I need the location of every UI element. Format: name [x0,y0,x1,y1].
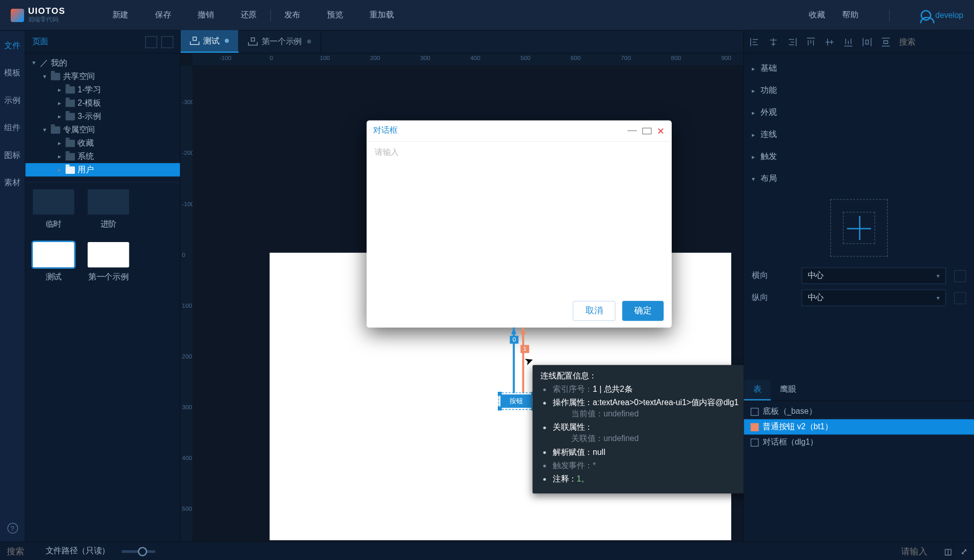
tree-node-private[interactable]: ▾专属空间 [26,123,180,136]
align-right-icon[interactable] [787,36,797,47]
group-layout[interactable]: ▾布局 [744,168,974,190]
property-panel: ▾ ▸基础 ▸功能 ▸外观 ▸连线 ▸触发 ▾布局 横向 中心▾ 纵向 [743,31,974,542]
outline-tab-list[interactable]: 表 [744,380,771,401]
rail-component[interactable]: 组件 [4,123,20,134]
zoom-slider[interactable] [122,550,155,552]
align-bottom-icon[interactable] [843,36,854,47]
menu-help[interactable]: 帮助 [842,9,858,21]
menu-publish[interactable]: 发布 [284,9,300,21]
group-wire[interactable]: ▸连线 [744,124,974,146]
thumbnail-area: 临时 进阶 测试 第一个示例 [26,182,180,290]
rail-example[interactable]: 示例 [4,95,20,106]
wire-tooltip: 连线配置信息： 索引序号：1 | 总共2条 操作属性：a:textArea>0>… [533,365,744,493]
menu-fav[interactable]: 收藏 [809,9,825,21]
close-icon[interactable]: ✕ [657,125,665,136]
distribute-h-icon[interactable] [862,36,872,47]
align-left-icon[interactable] [749,36,760,47]
rail-asset[interactable]: 素材 [4,177,20,188]
rail-template[interactable]: 模板 [4,68,20,79]
menu-redo[interactable]: 还原 [241,9,257,21]
prop-v-select[interactable]: 中心▾ [802,290,946,307]
logo-icon [11,8,24,22]
tree-node-root[interactable]: ▾／我的 [26,56,180,70]
tab-close-icon[interactable] [307,39,311,44]
align-center-h-icon[interactable] [768,36,779,47]
status-input[interactable] [901,546,934,556]
group-trigger[interactable]: ▸触发 [744,146,974,168]
cancel-button[interactable]: 取消 [573,301,615,321]
thumb-test[interactable]: 测试 [32,242,75,283]
status-bar: 文件路径（只读） ◫ ⤢ [0,542,974,560]
ruler-vertical: -300 -200 -100 0 100 200 300 400 500 [181,66,192,542]
left-rail: 文件 模板 示例 组件 图标 素材 ? [0,31,26,542]
distribute-v-icon[interactable] [881,36,891,47]
menu-new[interactable]: 新建 [112,9,128,21]
sitemap-icon [190,37,198,45]
tab-dirty-dot [225,39,229,43]
prop-v-label: 纵向 [752,292,796,304]
anchor-widget[interactable] [830,199,888,257]
thumb-first[interactable]: 第一个示例 [87,242,129,283]
dialog-component[interactable]: 对话框 ✕ 请输入 取消 确定 [366,121,671,328]
user-menu[interactable]: develop [921,10,963,21]
help-icon[interactable]: ? [7,523,18,533]
tree-action-1[interactable] [145,36,157,48]
svg-marker-1 [511,328,516,334]
rail-file[interactable]: 文件 [4,40,20,51]
menu-undo[interactable]: 撤销 [198,9,213,21]
status-icon-1[interactable]: ◫ [944,547,951,556]
prop-h-extra[interactable] [954,270,966,282]
center-workspace: 测试 第一个示例 -100 0 100 200 300 400 500 600 … [181,31,743,542]
group-look[interactable]: ▸外观 [744,102,974,124]
prop-v-extra[interactable] [954,292,966,304]
brand-name: UIOTOS [28,7,65,17]
wire-index-0: 0 [510,335,518,344]
divider [889,9,890,21]
tree-action-2[interactable] [161,36,173,48]
outline-base[interactable]: 底板（_base） [744,404,974,419]
tab-test[interactable]: 测试 [181,30,239,53]
tree-node-shared[interactable]: ▾共享空间 [26,70,180,83]
menu-save[interactable]: 保存 [155,9,171,21]
canvas[interactable]: 对话框 ✕ 请输入 取消 确定 [192,66,743,542]
align-top-icon[interactable] [806,36,816,47]
tree-title: 页面 [32,36,48,47]
logo: UIOTOS 前端零代码 [11,7,65,24]
tree-node-fav[interactable]: ▸收藏 [26,136,180,150]
tree-node-study[interactable]: ▸1-学习 [26,83,180,96]
file-tabs: 测试 第一个示例 [181,31,743,53]
group-func[interactable]: ▸功能 [744,79,974,102]
thumb-temp[interactable]: 临时 [32,189,75,230]
status-icon-2[interactable]: ⤢ [961,547,967,556]
tree-panel: 页面 ▾／我的 ▾共享空间 ▸1-学习 ▸2-模板 ▸3-示例 ▾专属空间 ▸收… [26,31,181,542]
minimize-icon[interactable] [628,130,637,131]
button-node[interactable]: 按钮 [500,394,533,408]
outline-button[interactable]: 普通按钮 v2（bt1） [744,419,974,434]
outline-dialog[interactable]: 对话框（dlg1） [744,434,974,450]
group-basic[interactable]: ▸基础 [744,57,974,79]
property-search[interactable] [899,37,974,46]
topbar: UIOTOS 前端零代码 新建 保存 撤销 还原 发布 预览 重加载 收藏 帮助… [0,0,974,31]
menu-preview[interactable]: 预览 [327,9,343,21]
dialog-title: 对话框 [373,125,397,136]
tree-node-user[interactable]: ▸用户 [26,163,180,176]
dialog-placeholder: 请输入 [375,148,399,157]
status-path-label: 文件路径（只读） [46,546,110,557]
rail-icon[interactable]: 图标 [4,150,20,161]
ok-button[interactable]: 确定 [622,301,664,321]
outline-tab-eagle[interactable]: 鹰眼 [771,380,806,401]
thumb-adv[interactable]: 进阶 [87,189,129,230]
prop-h-select[interactable]: 中心▾ [802,267,946,284]
tree-node-tpl[interactable]: ▸2-模板 [26,96,180,110]
wire-index-1: 1 [520,345,529,353]
status-search[interactable] [7,546,33,556]
sitemap-icon [248,37,257,46]
svg-marker-3 [520,328,525,334]
tab-first[interactable]: 第一个示例 [239,30,321,53]
maximize-icon[interactable] [642,127,652,134]
align-center-v-icon[interactable] [824,36,835,47]
divider [270,9,270,21]
tree-node-ex[interactable]: ▸3-示例 [26,110,180,123]
tree-node-sys[interactable]: ▸系统 [26,150,180,163]
menu-reload[interactable]: 重加载 [369,9,394,21]
